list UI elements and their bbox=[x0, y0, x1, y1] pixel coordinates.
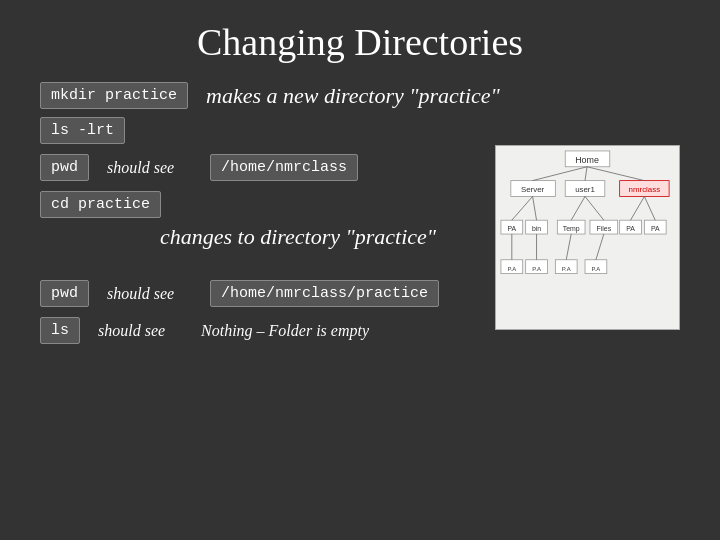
mkdir-description: makes a new directory "practice" bbox=[206, 83, 500, 109]
ls-command: ls -lrt bbox=[40, 117, 125, 144]
should-see-label-1: should see bbox=[107, 159, 192, 177]
svg-text:Files: Files bbox=[597, 225, 612, 232]
cd-command: cd practice bbox=[40, 191, 161, 218]
svg-text:user1: user1 bbox=[575, 185, 595, 194]
svg-text:Temp: Temp bbox=[563, 225, 580, 233]
svg-text:PA: PA bbox=[626, 225, 635, 232]
svg-text:bin: bin bbox=[532, 225, 541, 232]
svg-text:Server: Server bbox=[521, 185, 545, 194]
result-box-2: /home/nmrclass/practice bbox=[210, 280, 439, 307]
slide-title: Changing Directories bbox=[40, 20, 680, 64]
svg-text:nmrclass: nmrclass bbox=[629, 185, 661, 194]
svg-text:PA: PA bbox=[651, 225, 660, 232]
pwd-command-2: pwd bbox=[40, 280, 89, 307]
svg-text:Home: Home bbox=[575, 155, 599, 165]
mkdir-command: mkdir practice bbox=[40, 82, 188, 109]
ls-command-2: ls bbox=[40, 317, 80, 344]
result-text-3: Nothing – Folder is empty bbox=[201, 322, 369, 340]
svg-text:P.A: P.A bbox=[532, 266, 541, 272]
pwd-command-1: pwd bbox=[40, 154, 89, 181]
should-see-label-3: should see bbox=[98, 322, 183, 340]
changes-description: changes to directory "practice" bbox=[160, 224, 436, 249]
result-box-1: /home/nmrclass bbox=[210, 154, 358, 181]
svg-text:P.A: P.A bbox=[562, 266, 571, 272]
svg-text:P.A: P.A bbox=[592, 266, 601, 272]
ls-row: ls -lrt bbox=[40, 117, 680, 144]
slide: Changing Directories mkdir practice make… bbox=[0, 0, 720, 540]
svg-text:PA: PA bbox=[507, 225, 516, 232]
should-see-label-2: should see bbox=[107, 285, 192, 303]
mkdir-row: mkdir practice makes a new directory "pr… bbox=[40, 82, 680, 109]
svg-rect-0 bbox=[496, 146, 679, 329]
svg-text:P.A: P.A bbox=[507, 266, 516, 272]
directory-diagram: Home Server user1 nmrclass PA bin Temp bbox=[495, 145, 680, 330]
